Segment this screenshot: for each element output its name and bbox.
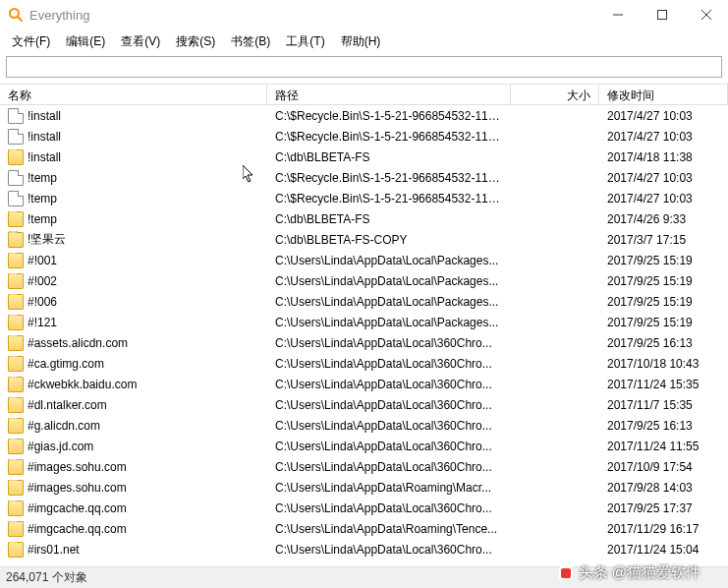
table-row[interactable]: #images.sohu.comC:\Users\Linda\AppData\R… [0, 477, 728, 498]
menu-file[interactable]: 文件(F) [4, 31, 58, 52]
file-name: #!002 [28, 274, 57, 288]
file-path: C:\Users\Linda\AppData\Roaming\Macr... [267, 481, 511, 495]
table-row[interactable]: !tempC:\$Recycle.Bin\S-1-5-21-966854532-… [0, 167, 728, 188]
file-mtime: 2017/4/18 11:38 [599, 150, 728, 164]
file-path: C:\Users\Linda\AppData\Local\Packages... [267, 254, 511, 267]
column-header-name[interactable]: 名称 [0, 85, 267, 104]
table-row[interactable]: #!001C:\Users\Linda\AppData\Local\Packag… [0, 250, 728, 270]
file-mtime: 2017/9/25 16:13 [599, 336, 728, 350]
table-row[interactable]: #ckwebkk.baidu.comC:\Users\Linda\AppData… [0, 374, 728, 394]
menu-view[interactable]: 查看(V) [113, 31, 168, 52]
file-name: #!121 [28, 316, 57, 329]
folder-icon [8, 542, 24, 558]
column-header-path[interactable]: 路径 [267, 85, 511, 104]
file-path: C:\db\BLBETA-FS [267, 150, 511, 164]
watermark: 头条 @猫猫爱软件 [557, 563, 700, 582]
file-mtime: 2017/9/25 15:19 [599, 274, 728, 288]
table-row[interactable]: !tempC:\db\BLBETA-FS2017/4/26 9:33 [0, 208, 728, 229]
file-mtime: 2017/11/7 15:35 [599, 398, 728, 412]
table-row[interactable]: #irs01.netC:\Users\Linda\AppData\Local\3… [0, 539, 728, 559]
table-row[interactable]: #imgcache.qq.comC:\Users\Linda\AppData\R… [0, 518, 728, 539]
table-row[interactable]: #!006C:\Users\Linda\AppData\Local\Packag… [0, 291, 728, 312]
table-row[interactable]: !installC:\$Recycle.Bin\S-1-5-21-9668545… [0, 105, 728, 126]
folder-icon [8, 397, 24, 413]
column-header-mtime[interactable]: 修改时间 [599, 85, 728, 104]
close-button[interactable] [684, 0, 728, 29]
file-mtime: 2017/4/27 10:03 [599, 109, 728, 123]
file-name: #images.sohu.com [28, 460, 127, 474]
table-row[interactable]: #dl.ntalker.comC:\Users\Linda\AppData\Lo… [0, 394, 728, 415]
file-name: #gias.jd.com [28, 440, 93, 453]
window-controls [595, 0, 728, 29]
svg-line-1 [18, 17, 22, 21]
file-path: C:\Users\Linda\AppData\Local\360Chro... [267, 543, 511, 557]
table-row[interactable]: #g.alicdn.comC:\Users\Linda\AppData\Loca… [0, 415, 728, 436]
column-header-size[interactable]: 大小 [511, 85, 599, 104]
file-name: !坚果云 [28, 231, 66, 248]
file-mtime: 2017/4/27 10:03 [599, 192, 728, 206]
file-path: C:\$Recycle.Bin\S-1-5-21-966854532-111..… [267, 171, 511, 185]
file-name: #!006 [28, 295, 57, 309]
folder-icon [8, 459, 24, 475]
file-path: C:\Users\Linda\AppData\Local\360Chro... [267, 357, 511, 371]
results-list[interactable]: !installC:\$Recycle.Bin\S-1-5-21-9668545… [0, 105, 728, 569]
table-row[interactable]: #!121C:\Users\Linda\AppData\Local\Packag… [0, 312, 728, 332]
svg-rect-3 [657, 11, 666, 20]
file-name: #assets.alicdn.com [28, 336, 128, 350]
file-mtime: 2017/11/24 15:35 [599, 378, 728, 391]
search-input[interactable] [6, 56, 722, 78]
file-name: #ca.gtimg.com [28, 357, 104, 371]
file-path: C:\Users\Linda\AppData\Local\360Chro... [267, 440, 511, 453]
file-name: #imgcache.qq.com [28, 501, 127, 515]
folder-icon [8, 356, 24, 372]
maximize-button[interactable] [640, 0, 684, 29]
file-mtime: 2017/4/27 10:03 [599, 130, 728, 144]
file-path: C:\Users\Linda\AppData\Local\360Chro... [267, 398, 511, 412]
menu-edit[interactable]: 编辑(E) [58, 31, 113, 52]
file-mtime: 2017/10/18 10:43 [599, 357, 728, 371]
file-path: C:\Users\Linda\AppData\Local\360Chro... [267, 501, 511, 515]
file-icon [8, 129, 24, 145]
table-row[interactable]: #imgcache.qq.comC:\Users\Linda\AppData\L… [0, 498, 728, 518]
watermark-icon [557, 564, 575, 582]
window-title: Everything [29, 8, 89, 23]
file-mtime: 2017/9/25 15:19 [599, 316, 728, 329]
table-row[interactable]: #!002C:\Users\Linda\AppData\Local\Packag… [0, 270, 728, 291]
menu-bookmarks[interactable]: 书签(B) [223, 31, 278, 52]
table-row[interactable]: !installC:\$Recycle.Bin\S-1-5-21-9668545… [0, 126, 728, 147]
folder-icon [8, 500, 24, 516]
file-name: #images.sohu.com [28, 481, 127, 495]
table-row[interactable]: !tempC:\$Recycle.Bin\S-1-5-21-966854532-… [0, 188, 728, 208]
table-row[interactable]: #ca.gtimg.comC:\Users\Linda\AppData\Loca… [0, 353, 728, 374]
folder-icon [8, 335, 24, 351]
table-row[interactable]: #assets.alicdn.comC:\Users\Linda\AppData… [0, 332, 728, 353]
watermark-prefix: 头条 [579, 563, 608, 582]
file-name: #imgcache.qq.com [28, 522, 127, 536]
file-path: C:\Users\Linda\AppData\Local\360Chro... [267, 336, 511, 350]
file-path: C:\db\BLBETA-FS [267, 212, 511, 226]
table-row[interactable]: !installC:\db\BLBETA-FS2017/4/18 11:38 [0, 147, 728, 167]
file-mtime: 2017/4/26 9:33 [599, 212, 728, 226]
table-row[interactable]: #images.sohu.comC:\Users\Linda\AppData\L… [0, 456, 728, 477]
minimize-button[interactable] [595, 0, 640, 29]
file-name: #irs01.net [28, 543, 80, 557]
file-icon [8, 108, 24, 124]
menu-help[interactable]: 帮助(H) [333, 31, 389, 52]
file-name: !install [28, 130, 61, 144]
folder-icon [8, 294, 24, 310]
file-mtime: 2017/9/25 15:19 [599, 295, 728, 309]
menu-search[interactable]: 搜索(S) [168, 31, 223, 52]
folder-icon [8, 418, 24, 434]
table-row[interactable]: #gias.jd.comC:\Users\Linda\AppData\Local… [0, 436, 728, 456]
file-path: C:\Users\Linda\AppData\Local\Packages... [267, 316, 511, 329]
menu-tools[interactable]: 工具(T) [278, 31, 332, 52]
folder-icon [8, 439, 24, 454]
file-name: #!001 [28, 254, 57, 267]
file-icon [8, 170, 24, 186]
folder-icon [8, 273, 24, 289]
file-mtime: 2017/11/24 11:55 [599, 440, 728, 453]
table-row[interactable]: !坚果云C:\db\BLBETA-FS-COPY2017/3/7 17:15 [0, 229, 728, 250]
file-name: #ckwebkk.baidu.com [28, 378, 137, 391]
watermark-account: @猫猫爱软件 [612, 563, 700, 582]
file-mtime: 2017/9/25 17:37 [599, 501, 728, 515]
